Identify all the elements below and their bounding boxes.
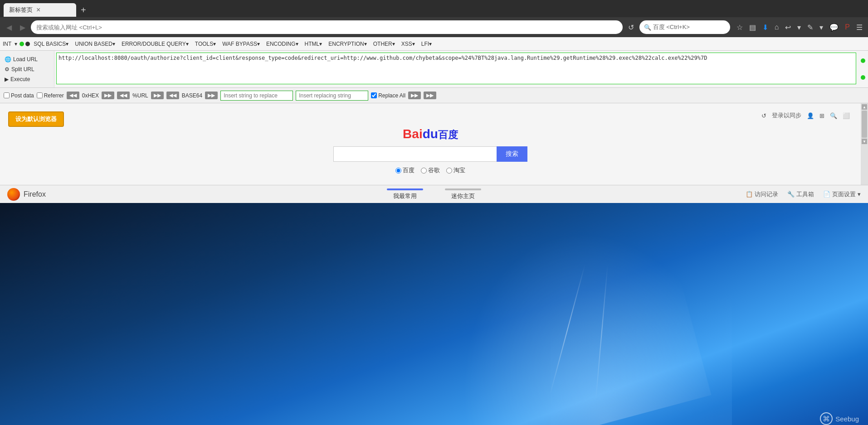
- base64-right-arrow[interactable]: ▶▶: [205, 92, 218, 99]
- referrer-text: Referrer: [44, 92, 64, 99]
- grid-icon: ⊞: [819, 112, 824, 119]
- pocket-icon[interactable]: P: [843, 22, 852, 32]
- base64-label: BASE64: [182, 92, 202, 99]
- history-icon: 📋: [746, 191, 753, 198]
- union-based-menu[interactable]: UNION BASED▾: [72, 39, 118, 48]
- radio-baidu[interactable]: [395, 168, 401, 174]
- nav-mini-home-text: 迷你主页: [451, 192, 475, 200]
- tab-icon: ⬜: [843, 112, 850, 119]
- replace-arrow2[interactable]: ▶▶: [424, 92, 436, 99]
- hex-label: 0xHEX: [82, 92, 99, 99]
- firefox-text: Firefox: [24, 190, 46, 198]
- tools-menu[interactable]: TOOLS▾: [192, 39, 219, 48]
- sync-area: ↺ 登录以同步 👤 ⊞ 🔍 ⬜: [761, 111, 850, 120]
- base64-left-arrow[interactable]: ◀◀: [166, 92, 179, 99]
- url-textarea-wrap: http://localhost:8080/oauth/authorize?cl…: [54, 51, 858, 87]
- encryption-menu[interactable]: ENCRYPTION▾: [326, 39, 369, 48]
- lfi-menu[interactable]: LFI▾: [419, 39, 434, 48]
- replace-all-checkbox[interactable]: [371, 92, 377, 98]
- radio-taobao-label[interactable]: 淘宝: [446, 166, 465, 174]
- encoding-menu[interactable]: ENCODING▾: [263, 39, 301, 48]
- replacing-string-input[interactable]: [296, 91, 368, 101]
- baidu-search-button[interactable]: 搜索: [497, 146, 527, 162]
- address-bar: ◀ ▶ ↺ 🔍 百度 <Ctrl+K> ☆ ▤ ⬇ ⌂ ↩ ▾ ✎ ▾ 💬 P …: [0, 17, 868, 37]
- load-url-icon: 🌐: [5, 56, 11, 63]
- html-menu[interactable]: HTML▾: [302, 39, 325, 48]
- radio-taobao[interactable]: [446, 168, 452, 174]
- page-settings-text: 页面设置: [832, 190, 856, 198]
- search-icon: 🔍: [644, 24, 651, 31]
- nav-mini-home[interactable]: 迷你主页: [434, 188, 492, 200]
- hex-left-arrow[interactable]: ◀◀: [67, 92, 79, 99]
- refresh-button[interactable]: ↺: [625, 21, 637, 34]
- radio-baidu-label[interactable]: 百度: [395, 166, 414, 174]
- other-menu[interactable]: OTHER▾: [371, 39, 398, 48]
- waf-bypass-menu[interactable]: WAF BYPASS▾: [219, 39, 263, 48]
- int-dropdown[interactable]: ▾: [14, 41, 18, 47]
- tab-close-icon[interactable]: ×: [36, 6, 40, 14]
- load-url-button[interactable]: 🌐 Load URL: [3, 55, 39, 63]
- customize-icon[interactable]: ✎: [805, 22, 815, 33]
- execute-button[interactable]: ▶ Execute: [3, 75, 32, 83]
- options-bar: Post data Referrer ◀◀ 0xHEX ▶▶ ◀◀ %URL ▶…: [0, 88, 868, 103]
- menu-icon[interactable]: ☰: [854, 22, 864, 33]
- nav-arrow-icon[interactable]: ▾: [795, 22, 803, 33]
- sync-label: 登录以同步: [772, 111, 801, 120]
- home-icon[interactable]: ⌂: [773, 22, 781, 32]
- address-input[interactable]: [31, 20, 623, 34]
- replace-arrow1[interactable]: ▶▶: [408, 92, 421, 99]
- search-box[interactable]: 🔍 百度 <Ctrl+K>: [639, 20, 730, 34]
- history-text: 访问记录: [755, 190, 778, 198]
- url-right-arrow[interactable]: ▶▶: [151, 92, 164, 99]
- baidu-logo-text: Baidu百度: [403, 127, 458, 142]
- new-tab-button[interactable]: +: [78, 4, 89, 16]
- xss-menu[interactable]: XSS▾: [399, 39, 418, 48]
- url-label: %URL: [132, 92, 148, 99]
- reader-icon[interactable]: ▤: [747, 22, 758, 33]
- sync-icon: ↺: [761, 112, 766, 119]
- post-data-text: Post data: [11, 92, 34, 99]
- referrer-checkbox[interactable]: [37, 92, 43, 98]
- bottom-bar: Firefox 我最常用 迷你主页 📋 访问记录 🔧 工具箱 📄: [0, 185, 868, 203]
- execute-label: Execute: [10, 76, 30, 82]
- scroll-up-button[interactable]: ▲: [862, 104, 867, 110]
- load-url-label: Load URL: [13, 56, 38, 63]
- url-input[interactable]: http://localhost:8080/oauth/authorize?cl…: [56, 53, 856, 84]
- scroll-down-button[interactable]: ▼: [862, 139, 867, 144]
- page-settings-link[interactable]: 📄 页面设置 ▾: [823, 190, 861, 198]
- nav-arrow2-icon[interactable]: ▾: [818, 22, 825, 33]
- sql-basics-menu[interactable]: SQL BASICS▾: [31, 39, 71, 48]
- radio-google-label[interactable]: 谷歌: [421, 166, 440, 174]
- bookmark-icon[interactable]: ☆: [735, 22, 745, 33]
- nav-most-used[interactable]: 我最常用: [376, 188, 434, 200]
- history-nav-icon[interactable]: ↩: [783, 22, 793, 33]
- url-left-arrow[interactable]: ◀◀: [117, 92, 130, 99]
- url-side-dots: [858, 51, 868, 87]
- error-double-query-menu[interactable]: ERROR/DOUBLE QUERY▾: [119, 39, 191, 48]
- post-data-label[interactable]: Post data: [4, 92, 34, 99]
- toolbox-link[interactable]: 🔧 工具箱: [787, 190, 814, 198]
- default-browser-button[interactable]: 设为默认浏览器: [8, 111, 64, 127]
- plugin-toolbar: INT ▾ SQL BASICS▾ UNION BASED▾ ERROR/DOU…: [0, 37, 868, 51]
- firefox-logo: Firefox: [7, 188, 46, 201]
- back-button[interactable]: ◀: [4, 21, 15, 34]
- radio-google[interactable]: [421, 168, 427, 174]
- split-url-button[interactable]: ⚙ Split URL: [3, 65, 36, 73]
- replace-string-input[interactable]: [220, 91, 293, 101]
- chat-icon[interactable]: 💬: [828, 22, 840, 33]
- bottom-links: 📋 访问记录 🔧 工具箱 📄 页面设置 ▾: [746, 190, 861, 198]
- referrer-label[interactable]: Referrer: [37, 92, 64, 99]
- scroll-thumb[interactable]: [862, 111, 867, 138]
- replace-all-label[interactable]: Replace All: [371, 92, 405, 99]
- int-section: INT ▾: [2, 41, 30, 47]
- dot-dark1: [25, 42, 30, 46]
- hex-right-arrow[interactable]: ▶▶: [102, 92, 114, 99]
- active-tab[interactable]: 新标签页 ×: [4, 3, 76, 17]
- forward-button[interactable]: ▶: [17, 21, 28, 34]
- post-data-checkbox[interactable]: [4, 92, 10, 98]
- download-icon[interactable]: ⬇: [761, 22, 770, 33]
- history-link[interactable]: 📋 访问记录: [746, 190, 778, 198]
- baidu-search-input[interactable]: [333, 146, 497, 162]
- baidu-logo: Baidu百度: [403, 127, 458, 142]
- user-icon: 👤: [807, 112, 814, 119]
